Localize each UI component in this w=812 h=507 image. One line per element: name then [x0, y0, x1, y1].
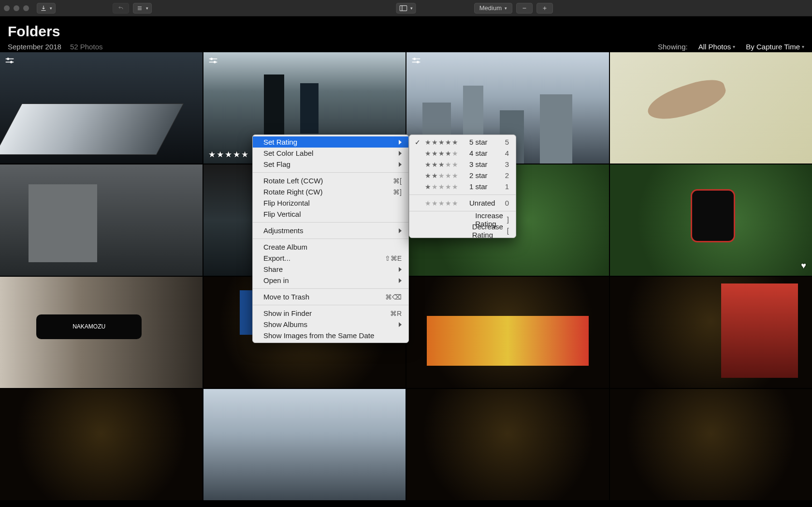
- menu-item[interactable]: Set Color Label: [253, 148, 408, 159]
- menu-item[interactable]: Flip Horizontal: [253, 197, 408, 209]
- context-menu: Set RatingSet Color LabelSet FlagRotate …: [252, 134, 409, 343]
- rating-label: Unrated: [469, 199, 501, 207]
- rating-label: 2 star: [469, 171, 501, 179]
- svg-point-5: [414, 58, 415, 60]
- layout-button[interactable]: ▾: [396, 3, 416, 14]
- svg-rect-0: [400, 5, 407, 11]
- minus-icon: [522, 5, 527, 11]
- submenu-arrow-icon: [399, 228, 402, 233]
- menu-item[interactable]: Show Images from the Same Date: [253, 330, 408, 341]
- zoom-window[interactable]: [23, 5, 29, 11]
- list-icon: [136, 5, 143, 11]
- menu-item[interactable]: Show Albums: [253, 319, 408, 330]
- thumbnail-size-select[interactable]: Medium ▾: [474, 3, 512, 14]
- chevron-down-icon: ▾: [50, 6, 52, 11]
- menu-item[interactable]: Rotate Right (CW)⌘]: [253, 186, 408, 197]
- rating-stars-icon: ★★★★★: [425, 199, 465, 207]
- chevron-down-icon: ▾: [733, 44, 735, 49]
- import-button[interactable]: ▾: [37, 3, 56, 14]
- menu-item-label: Show in Finder: [263, 309, 390, 317]
- menu-item-label: Export...: [263, 254, 385, 262]
- submenu-arrow-icon: [399, 151, 402, 156]
- thumbnail[interactable]: [0, 389, 203, 500]
- chevron-down-icon: ▾: [802, 44, 804, 49]
- menu-item-label: Flip Vertical: [263, 210, 402, 218]
- rating-menu-item[interactable]: ★★★★★3 star3: [409, 159, 516, 170]
- zoom-out-button[interactable]: [516, 3, 533, 14]
- showing-filter[interactable]: All Photos ▾: [698, 43, 736, 51]
- sort-select[interactable]: By Capture Time ▾: [746, 43, 804, 51]
- svg-point-6: [417, 61, 419, 63]
- menu-item-label: Show Images from the Same Date: [263, 331, 402, 340]
- rating-stars: ★★★★★: [208, 149, 249, 160]
- menu-item[interactable]: Set Rating: [253, 136, 408, 148]
- menu-item[interactable]: Rotate Left (CCW)⌘[: [253, 175, 408, 186]
- submenu-arrow-icon: [399, 162, 402, 167]
- thumbnail[interactable]: [610, 277, 812, 388]
- menu-item-label: Show Albums: [263, 320, 399, 328]
- rating-menu-item[interactable]: ★★★★★Unrated0: [409, 197, 516, 209]
- rating-stars-icon: ★★★★★: [425, 183, 465, 191]
- rating-menu-item[interactable]: ★★★★★1 star1: [409, 181, 516, 192]
- menu-item[interactable]: Export...⇧⌘E: [253, 253, 408, 264]
- list-view-button[interactable]: ▾: [133, 3, 152, 14]
- svg-point-4: [214, 61, 215, 63]
- thumbnail[interactable]: [406, 389, 609, 500]
- menu-item-label: Rotate Right (CW): [263, 188, 393, 196]
- rating-stars-icon: ★★★★★: [425, 149, 465, 157]
- menu-item[interactable]: Open in: [253, 275, 408, 286]
- photo-count: 52 Photos: [70, 43, 103, 51]
- adjustments-icon: [5, 57, 14, 64]
- menu-shortcut: 1: [505, 182, 509, 191]
- svg-point-2: [11, 61, 12, 63]
- chevron-down-icon: ▾: [410, 6, 413, 11]
- rating-submenu: ✓★★★★★5 star5★★★★★4 star4★★★★★3 star3★★★…: [409, 134, 516, 238]
- menu-item-label: Set Rating: [263, 138, 399, 146]
- thumbnail[interactable]: NAKAMOZU: [0, 277, 203, 388]
- thumbnail[interactable]: ♥: [610, 164, 812, 276]
- menu-item[interactable]: Set Flag: [253, 159, 408, 170]
- svg-point-3: [211, 58, 212, 60]
- menu-shortcut: ⌘]: [393, 188, 402, 196]
- close-window[interactable]: [4, 5, 10, 11]
- thumbnail[interactable]: [610, 52, 812, 164]
- rating-menu-item[interactable]: Decrease Rating[: [409, 225, 516, 236]
- menu-item-label: Rotate Left (CCW): [263, 177, 393, 185]
- minimize-window[interactable]: [14, 5, 19, 11]
- thumbnail[interactable]: [203, 389, 406, 500]
- menu-item-label: Create Album: [263, 243, 402, 251]
- submenu-arrow-icon: [399, 278, 402, 283]
- rating-menu-item[interactable]: ★★★★★2 star2: [409, 170, 516, 181]
- menu-item-label: Set Color Label: [263, 149, 399, 157]
- menu-item[interactable]: Show in Finder⌘R: [253, 308, 408, 319]
- rating-stars-icon: ★★★★★: [425, 161, 465, 168]
- plus-icon: [542, 5, 548, 11]
- menu-item[interactable]: Create Album: [253, 241, 408, 253]
- rating-label: 5 star: [469, 138, 501, 146]
- thumbnail[interactable]: [406, 277, 609, 388]
- menu-item[interactable]: Flip Vertical: [253, 209, 408, 220]
- check-icon: ✓: [414, 138, 421, 146]
- rating-menu-item[interactable]: ★★★★★4 star4: [409, 148, 516, 159]
- adjustments-icon: [411, 57, 421, 64]
- menu-item-label: Share: [263, 265, 399, 273]
- menu-item[interactable]: Adjustments: [253, 225, 408, 236]
- menu-shortcut: 3: [505, 160, 509, 168]
- thumbnail[interactable]: [610, 389, 812, 500]
- menu-shortcut: ⌘⌫: [385, 293, 402, 301]
- submenu-arrow-icon: [399, 140, 402, 145]
- rating-menu-item[interactable]: ✓★★★★★5 star5: [409, 136, 516, 148]
- thumbnail[interactable]: [0, 164, 203, 276]
- thumbnail[interactable]: [0, 52, 203, 164]
- menu-item-label: Set Flag: [263, 160, 399, 168]
- menu-item[interactable]: Move to Trash⌘⌫: [253, 291, 408, 302]
- menu-item[interactable]: Share: [253, 264, 408, 275]
- layout-icon: [400, 5, 407, 11]
- menu-shortcut: ]: [507, 215, 509, 224]
- undo-button[interactable]: [113, 3, 129, 14]
- menu-shortcut: ⌘[: [393, 177, 402, 185]
- zoom-in-button[interactable]: [536, 3, 553, 14]
- favorite-icon: ♥: [801, 261, 806, 271]
- menu-item-label: Adjustments: [263, 226, 399, 235]
- rating-label: Decrease Rating: [472, 223, 503, 239]
